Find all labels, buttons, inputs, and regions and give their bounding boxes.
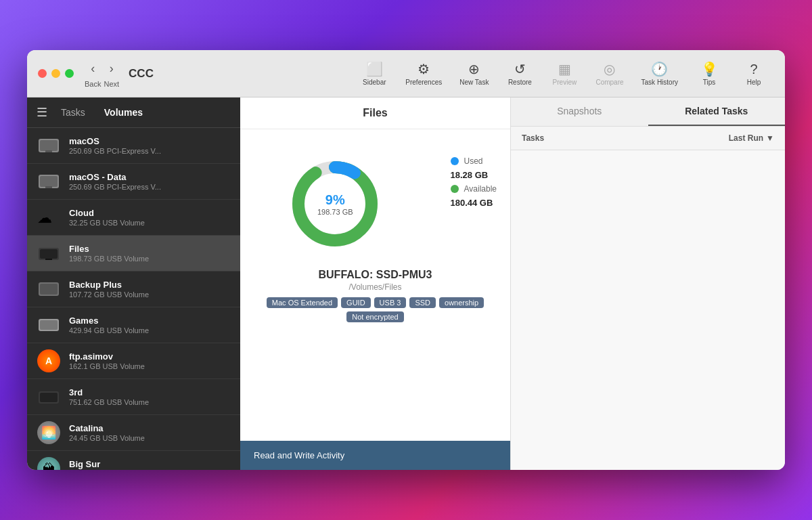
sidebar-item-macos[interactable]: macOS 250.69 GB PCI-Express V... bbox=[27, 128, 240, 164]
drive-icon-backup-plus bbox=[37, 277, 61, 301]
sidebar-item-big-sur[interactable]: 🏔 Big Sur 32.21 GB USB Volume bbox=[27, 451, 240, 470]
tab-tasks[interactable]: Tasks bbox=[55, 104, 91, 121]
sidebar-item-3rd[interactable]: 3rd 751.62 GB USB Volume bbox=[27, 379, 240, 415]
sidebar-items-list: macOS 250.69 GB PCI-Express V... macOS -… bbox=[27, 128, 240, 470]
tag-usb3: USB 3 bbox=[374, 297, 407, 308]
close-button[interactable] bbox=[38, 69, 47, 78]
item-info-macos: macOS 250.69 GB PCI-Express V... bbox=[69, 136, 231, 155]
stat-row-used-value: 18.28 GB bbox=[451, 170, 497, 180]
task-history-icon: 🕐 bbox=[651, 61, 668, 77]
files-panel-header: Files bbox=[240, 98, 510, 129]
item-info-macos-data: macOS - Data 250.69 GB PCI-Express V... bbox=[69, 172, 231, 191]
bigsur-icon: 🏔 bbox=[37, 456, 61, 470]
used-value: 18.28 GB bbox=[451, 170, 489, 180]
sidebar-item-ftp-asimov[interactable]: A ftp.asimov 162.1 GB USB Volume bbox=[27, 343, 240, 379]
back-nav-item: ‹ Back bbox=[85, 59, 101, 88]
sidebar-item-catalina[interactable]: 🌅 Catalina 24.45 GB USB Volume bbox=[27, 415, 240, 451]
item-detail-backup-plus: 107.72 GB USB Volume bbox=[69, 290, 231, 299]
next-button[interactable]: › bbox=[106, 59, 118, 79]
item-detail-catalina: 24.45 GB USB Volume bbox=[69, 434, 231, 442]
tag-mac-os-extended: Mac OS Extended bbox=[267, 297, 338, 308]
item-info-3rd: 3rd 751.62 GB USB Volume bbox=[69, 387, 231, 406]
preferences-action[interactable]: ⚙ Preferences bbox=[399, 58, 449, 89]
item-detail-games: 429.94 GB USB Volume bbox=[69, 326, 231, 334]
donut-label: 9% 198.73 GB bbox=[317, 192, 353, 216]
tips-action[interactable]: 💡 Tips bbox=[689, 58, 729, 89]
cloud-icon: ☁ bbox=[37, 205, 61, 230]
task-history-action[interactable]: 🕐 Task History bbox=[635, 58, 685, 89]
right-panel: Snapshots Related Tasks Tasks Last Run ▼ bbox=[511, 98, 785, 470]
compare-action[interactable]: ◎ Compare bbox=[589, 58, 630, 89]
drive-icon-macos bbox=[37, 133, 61, 158]
sidebar-action[interactable]: ⬜ Sidebar bbox=[354, 58, 394, 89]
item-info-ftp-asimov: ftp.asimov 162.1 GB USB Volume bbox=[69, 351, 231, 370]
sidebar: ☰ Tasks Volumes macOS 250.69 GB PCI-Expr… bbox=[27, 98, 240, 470]
new-task-action[interactable]: ⊕ New Task bbox=[453, 58, 495, 89]
tag-ssd: SSD bbox=[409, 297, 436, 308]
available-dot bbox=[451, 185, 459, 193]
tips-action-label: Tips bbox=[703, 79, 716, 86]
item-name-big-sur: Big Sur bbox=[69, 459, 231, 469]
item-info-backup-plus: Backup Plus 107.72 GB USB Volume bbox=[69, 280, 231, 299]
item-name-ftp-asimov: ftp.asimov bbox=[69, 351, 231, 362]
sidebar-item-files[interactable]: Files 198.73 GB USB Volume bbox=[27, 236, 240, 272]
help-action-label: Help bbox=[747, 79, 761, 86]
item-info-catalina: Catalina 24.45 GB USB Volume bbox=[69, 423, 231, 442]
col-sort-icon[interactable]: ▼ bbox=[766, 133, 774, 143]
preview-action[interactable]: ▦ Preview bbox=[544, 58, 585, 89]
task-history-action-label: Task History bbox=[641, 79, 678, 86]
svg-rect-1 bbox=[40, 140, 58, 151]
item-detail-ftp-asimov: 162.1 GB USB Volume bbox=[69, 362, 231, 370]
sidebar-icon: ⬜ bbox=[366, 61, 383, 77]
sidebar-item-games[interactable]: Games 429.94 GB USB Volume bbox=[27, 307, 240, 343]
drive-icon-3rd bbox=[37, 385, 61, 409]
drive-icon-games bbox=[37, 313, 61, 337]
sidebar-item-macos-data[interactable]: macOS - Data 250.69 GB PCI-Express V... bbox=[27, 164, 240, 200]
disk-name: BUFFALO: SSD-PMU3 bbox=[319, 269, 432, 281]
disk-usage-section: 9% 198.73 GB Used 18.28 GB bbox=[254, 150, 497, 258]
ftp-icon: A bbox=[37, 349, 61, 373]
table-rows bbox=[511, 150, 785, 470]
item-name-files: Files bbox=[69, 244, 231, 254]
back-label: Back bbox=[85, 80, 101, 88]
col-header-tasks: Tasks bbox=[522, 133, 729, 143]
help-icon: ? bbox=[750, 61, 757, 77]
sidebar-item-cloud[interactable]: ☁ Cloud 32.25 GB USB Volume bbox=[27, 200, 240, 236]
tab-snapshots[interactable]: Snapshots bbox=[511, 98, 648, 126]
item-detail-macos-data: 250.69 GB PCI-Express V... bbox=[69, 183, 231, 191]
svg-rect-13 bbox=[40, 320, 58, 330]
item-name-macos: macOS bbox=[69, 136, 231, 146]
stat-row-available-value: 180.44 GB bbox=[451, 198, 497, 208]
table-header: Tasks Last Run ▼ bbox=[511, 127, 785, 150]
sidebar-header: ☰ Tasks Volumes bbox=[27, 98, 240, 128]
tab-volumes[interactable]: Volumes bbox=[99, 104, 148, 121]
help-action[interactable]: ? Help bbox=[734, 58, 774, 89]
right-tabs: Snapshots Related Tasks bbox=[511, 98, 785, 127]
read-write-label: Read and Write Activity bbox=[254, 450, 344, 460]
preview-action-label: Preview bbox=[553, 79, 577, 86]
catalina-icon: 🌅 bbox=[37, 420, 61, 445]
compare-icon: ◎ bbox=[604, 61, 615, 77]
item-info-games: Games 429.94 GB USB Volume bbox=[69, 316, 231, 334]
tab-related-tasks[interactable]: Related Tasks bbox=[648, 98, 786, 126]
back-button[interactable]: ‹ bbox=[87, 59, 99, 79]
minimize-button[interactable] bbox=[51, 69, 60, 78]
right-content: Tasks Last Run ▼ bbox=[511, 127, 785, 470]
app-window: ‹ Back › Next CCC ⬜ Sidebar ⚙ Preference… bbox=[27, 50, 785, 470]
item-detail-3rd: 751.62 GB USB Volume bbox=[69, 398, 231, 406]
disk-tags: Mac OS Extended GUID USB 3 SSD ownership… bbox=[254, 297, 497, 322]
new-task-icon: ⊕ bbox=[468, 61, 480, 77]
sidebar-menu-icon[interactable]: ☰ bbox=[37, 105, 47, 120]
read-write-section: Read and Write Activity bbox=[240, 441, 510, 470]
used-dot bbox=[451, 157, 459, 165]
main-area: ☰ Tasks Volumes macOS 250.69 GB PCI-Expr… bbox=[27, 98, 785, 470]
sidebar-item-backup-plus[interactable]: Backup Plus 107.72 GB USB Volume bbox=[27, 272, 240, 307]
item-info-files: Files 198.73 GB USB Volume bbox=[69, 244, 231, 263]
files-panel: Files 9% 198.73 GB bbox=[240, 98, 511, 470]
maximize-button[interactable] bbox=[65, 69, 74, 78]
titlebar: ‹ Back › Next CCC ⬜ Sidebar ⚙ Preference… bbox=[27, 50, 785, 98]
restore-action[interactable]: ↺ Restore bbox=[499, 58, 540, 89]
col-lastrun-label: Last Run bbox=[729, 133, 763, 143]
available-value: 180.44 GB bbox=[451, 198, 493, 208]
svg-rect-9 bbox=[45, 259, 52, 260]
